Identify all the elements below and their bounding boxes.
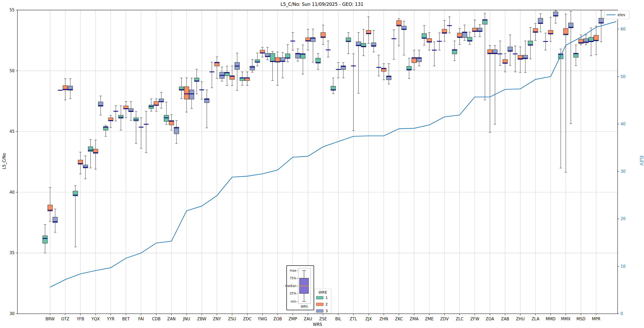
svg-text:55: 55 [10, 8, 15, 12]
svg-text:30: 30 [620, 169, 626, 174]
svg-text:BRW: BRW [45, 317, 55, 321]
svg-text:ZLA: ZLA [531, 317, 539, 321]
svg-text:25%: 25% [290, 291, 296, 295]
svg-text:50: 50 [620, 74, 626, 79]
svg-text:ZMA: ZMA [410, 317, 419, 321]
svg-text:BET: BET [122, 317, 130, 321]
svg-text:YWG: YWG [258, 317, 267, 321]
svg-text:ZOA: ZOA [486, 317, 494, 321]
left-axis-label: L5_C/No [2, 148, 7, 174]
svg-text:CDB: CDB [152, 317, 160, 321]
inset-explainer: max75%median25%minWRS [285, 266, 314, 310]
legend-swatch-1 [316, 296, 323, 299]
elev-line [50, 22, 616, 287]
svg-text:OTZ: OTZ [61, 317, 69, 321]
plot-canvas: 3035404550550102030405060BRWOTZYFBYQXYYR… [0, 0, 644, 328]
right-axis-label: ELEV [639, 147, 644, 174]
svg-text:50: 50 [10, 69, 15, 73]
svg-text:FAI: FAI [138, 317, 144, 321]
svg-text:MSD: MSD [576, 317, 585, 321]
svg-text:ZAB: ZAB [501, 317, 509, 321]
svg-text:MMD: MMD [546, 317, 556, 321]
x-axis-ticks: BRWOTZYFBYQXYYRBETFAICDBZANJNUZBWZNYZSUZ… [45, 314, 600, 321]
svg-text:ZFW: ZFW [470, 317, 479, 321]
svg-text:elev: elev [618, 13, 625, 17]
svg-text:ZME: ZME [425, 317, 434, 321]
svg-text:ZHU: ZHU [516, 317, 525, 321]
svg-text:30: 30 [10, 311, 15, 316]
svg-text:60: 60 [620, 27, 626, 31]
svg-text:40: 40 [10, 190, 15, 195]
svg-text:3: 3 [325, 309, 328, 313]
svg-text:35: 35 [10, 250, 15, 255]
svg-text:ZBW: ZBW [197, 317, 206, 321]
svg-text:ZMP: ZMP [288, 317, 297, 321]
svg-text:YQX: YQX [91, 317, 100, 321]
boxplot-figure: 3035404550550102030405060BRWOTZYFBYQXYYR… [0, 0, 644, 328]
chart-title: L5_C/No: Sun 11/09/2025 - GEO: 131 [0, 2, 644, 7]
svg-text:max: max [290, 269, 296, 272]
svg-text:0: 0 [620, 311, 623, 316]
svg-text:ZTL: ZTL [350, 317, 357, 321]
svg-text:JNU: JNU [183, 317, 190, 321]
legend-swatch-3 [316, 309, 323, 312]
right-axis-ticks: 0102030405060 [618, 27, 626, 316]
svg-text:75%: 75% [290, 276, 296, 280]
svg-text:BIL: BIL [335, 317, 342, 321]
svg-text:ZOB: ZOB [273, 317, 282, 321]
svg-text:ZNY: ZNY [213, 317, 221, 321]
svg-text:ZSE: ZSE [319, 317, 327, 321]
svg-text:MPR: MPR [592, 317, 600, 321]
svg-text:ZDV: ZDV [440, 317, 449, 321]
svg-text:ZDC: ZDC [243, 317, 251, 321]
svg-text:ZKC: ZKC [395, 317, 403, 321]
svg-text:2: 2 [325, 302, 328, 306]
svg-text:1: 1 [325, 295, 328, 300]
svg-text:median: median [285, 284, 296, 288]
svg-text:40: 40 [620, 122, 626, 126]
svg-text:WRS: WRS [301, 305, 308, 308]
svg-text:20: 20 [620, 216, 626, 221]
svg-text:ZHN: ZHN [379, 317, 388, 321]
svg-text:WRE: WRE [319, 290, 327, 294]
svg-text:ZAN: ZAN [167, 317, 176, 321]
svg-text:45: 45 [10, 129, 15, 134]
legend-swatch-2 [316, 303, 323, 306]
svg-text:ZAU: ZAU [304, 317, 312, 321]
svg-text:ZLC: ZLC [456, 317, 463, 321]
svg-text:YFB: YFB [76, 317, 84, 321]
legend-elev: elev [604, 11, 629, 19]
x-axis-label: WRS [0, 322, 635, 327]
left-axis-ticks: 303540455055 [10, 8, 17, 316]
svg-text:ZJX: ZJX [365, 317, 372, 321]
legend-wre: WRE123 [314, 289, 331, 313]
svg-text:YYR: YYR [107, 317, 115, 321]
svg-text:10: 10 [620, 264, 626, 269]
svg-text:MMX: MMX [561, 317, 571, 321]
svg-text:ZSU: ZSU [228, 317, 236, 321]
svg-text:min: min [291, 300, 296, 303]
